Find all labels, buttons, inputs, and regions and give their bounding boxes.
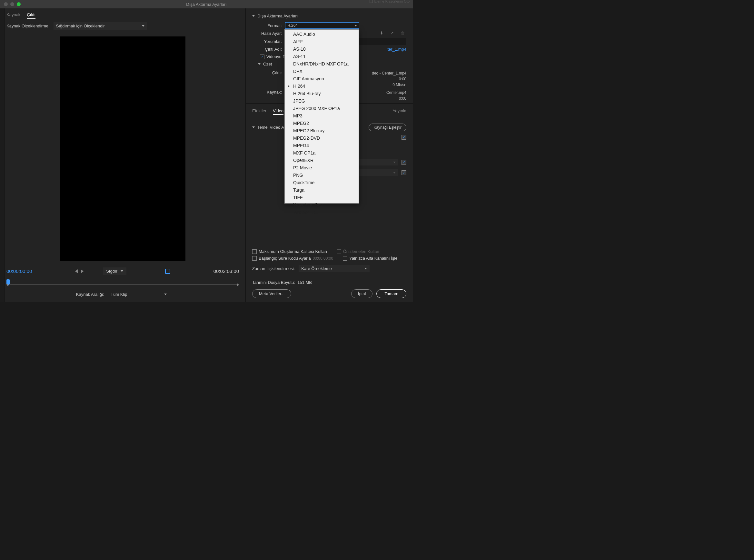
format-option[interactable]: MPEG2 Blu-ray <box>285 127 359 135</box>
video-preview[interactable] <box>60 37 185 261</box>
max-quality-label: Maksimum Oluşturma Kalitesi Kullan <box>259 249 327 254</box>
format-option[interactable]: JPEG 2000 MXF OP1a <box>285 105 359 112</box>
format-option[interactable]: QuickTime <box>285 179 359 186</box>
tab-publish[interactable]: Yayınla <box>393 107 406 115</box>
format-option[interactable]: MPEG4 <box>285 142 359 149</box>
scaling-label: Kaynak Ölçeklendirme: <box>6 23 50 28</box>
export-settings-title: Dışa Aktarma Ayarları <box>257 14 298 18</box>
start-tc-label: Başlangıç Süre Kodu Ayarla <box>259 256 311 261</box>
format-option[interactable]: P2 Movie <box>285 164 359 172</box>
ok-button[interactable]: Tamam <box>376 289 406 298</box>
format-option[interactable]: MXF OP1a <box>285 149 359 157</box>
output-name-label: Çıktı Adı: <box>252 47 282 52</box>
use-previews-label: Önizlemeleri Kullan <box>343 249 379 254</box>
import-preset-icon[interactable] <box>390 31 396 36</box>
chevron-down-icon <box>354 25 357 26</box>
format-option[interactable]: Targa <box>285 186 359 194</box>
source-range-label: Kaynak Aralığı: <box>76 292 104 297</box>
settings-panel: Dışa Aktarma Ayarları Format: H.264 Hazı… <box>246 8 413 302</box>
match-source-button[interactable]: Kaynağı Eşleştir <box>369 123 406 131</box>
format-option[interactable]: JPEG <box>285 97 359 105</box>
tab-effects[interactable]: Efektler <box>252 107 266 115</box>
format-option[interactable]: Waveform Ses <box>285 201 359 209</box>
metadata-button[interactable]: Meta Veriler... <box>252 289 291 298</box>
est-size-label: Tahmini Dosya Boyutu: <box>252 280 295 285</box>
chevron-down-icon <box>121 270 123 272</box>
time-interp-label: Zaman İlişkilendirmesi: <box>252 266 295 271</box>
format-option[interactable]: AS-10 <box>285 45 359 53</box>
zoom-fit-select[interactable]: Sığdır <box>103 267 126 275</box>
fit-label: Sığdır <box>106 269 117 274</box>
use-previews-checkbox <box>337 249 341 254</box>
est-size-value: 151 MB <box>297 280 312 285</box>
format-option[interactable]: MP3 <box>285 112 359 120</box>
minimize-window-icon[interactable] <box>10 2 14 6</box>
timecode-out: 00:02:03:00 <box>213 268 239 274</box>
tab-source[interactable]: Kaynak <box>6 11 20 19</box>
time-interp-select[interactable]: Kare Örnekleme <box>299 265 370 272</box>
source-range-value: Tüm Klip <box>110 292 127 297</box>
bottom-options: Maksimum Oluşturma Kalitesi Kullan Önizl… <box>246 244 413 302</box>
export-settings-header[interactable]: Dışa Aktarma Ayarları <box>252 12 406 20</box>
format-option[interactable]: AIFF <box>285 38 359 45</box>
comments-label: Yorumlar: <box>252 39 282 44</box>
title-bar: Dışa Aktarma Ayarları İzleme Klasörlerin… <box>0 0 413 8</box>
scaling-value: Sığdırmak için Ölçeklendir <box>56 23 105 28</box>
format-option[interactable]: TIFF <box>285 194 359 201</box>
start-tc-value: 00:00:00:00 <box>313 256 333 261</box>
alpha-only-label: Yalnızca Alfa Kanalını İşle <box>349 256 397 261</box>
format-select[interactable]: H.264 <box>285 22 359 29</box>
alpha-only-checkbox[interactable] <box>343 256 347 261</box>
timecode-in[interactable]: 00:00:00:00 <box>6 268 32 274</box>
window-title: Dışa Aktarma Ayarları <box>186 2 226 7</box>
step-back-icon[interactable] <box>75 269 78 273</box>
format-option[interactable]: H.264 <box>285 83 359 90</box>
out-point-marker[interactable] <box>237 283 239 286</box>
format-option[interactable]: H.264 Blu-ray <box>285 90 359 97</box>
format-option[interactable]: AAC Audio <box>285 31 359 38</box>
summary-source-label: Kaynak: <box>252 90 282 95</box>
max-quality-checkbox[interactable] <box>252 249 257 254</box>
source-scaling-select[interactable]: Sığdırmak için Ölçeklendir <box>54 22 147 30</box>
preview-area <box>0 33 245 264</box>
chevron-down-icon <box>258 63 261 65</box>
format-option[interactable]: OpenEXR <box>285 157 359 164</box>
format-option[interactable]: PNG <box>285 172 359 179</box>
tab-video[interactable]: Video <box>273 107 284 115</box>
format-option[interactable]: AS-11 <box>285 53 359 60</box>
traffic-lights <box>0 2 21 6</box>
format-option[interactable]: DNxHR/DNxHD MXF OP1a <box>285 60 359 68</box>
step-forward-icon[interactable] <box>81 269 83 273</box>
maximize-window-icon[interactable] <box>17 2 21 6</box>
timeline-track[interactable] <box>6 284 239 285</box>
save-preset-icon[interactable] <box>380 31 386 36</box>
chevron-down-icon <box>364 268 367 269</box>
format-option[interactable]: MPEG2 <box>285 120 359 127</box>
chevron-down-icon <box>252 15 255 17</box>
start-tc-checkbox[interactable] <box>252 256 257 261</box>
in-point-marker[interactable] <box>6 283 8 286</box>
preview-panel: Kaynak Çıktı Kaynak Ölçeklendirme: Sığdı… <box>0 8 246 302</box>
match-all-checkbox[interactable] <box>402 135 406 140</box>
export-video-label: Videoyu D <box>266 54 286 59</box>
format-dropdown-menu: AAC AudioAIFFAS-10AS-11DNxHR/DNxHD MXF O… <box>284 29 359 203</box>
field-order-match-checkbox[interactable] <box>402 170 406 175</box>
summary-title: Özet <box>263 62 272 66</box>
close-window-icon[interactable] <box>4 2 8 6</box>
format-option[interactable]: MPEG2-DVD <box>285 135 359 142</box>
crop-output-icon[interactable] <box>165 269 170 274</box>
export-video-checkbox[interactable] <box>260 55 264 59</box>
cancel-button[interactable]: İptal <box>351 289 373 298</box>
format-option[interactable]: GIF Animasyon <box>285 75 359 83</box>
basic-video-header[interactable]: Temel Video A <box>252 123 284 132</box>
format-value: H.264 <box>287 23 298 28</box>
basic-video-title: Temel Video A <box>257 125 284 130</box>
source-range-select[interactable]: Tüm Klip <box>108 291 169 298</box>
format-option[interactable]: Wraptor DCP <box>285 209 359 216</box>
chevron-down-icon <box>142 25 144 27</box>
format-option[interactable]: DPX <box>285 68 359 75</box>
chevron-down-icon <box>164 294 167 295</box>
frame-rate-match-checkbox[interactable] <box>402 160 406 165</box>
tab-output[interactable]: Çıktı <box>27 11 36 19</box>
chevron-down-icon <box>252 126 255 128</box>
